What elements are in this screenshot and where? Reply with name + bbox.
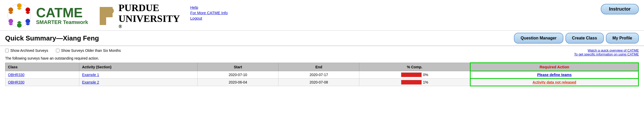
class-link[interactable]: OBHR330 <box>8 80 24 84</box>
filters-area: Show Archived Surveys Show Surveys Older… <box>5 48 121 56</box>
progress-label: 0% <box>423 73 428 77</box>
question-manager-button[interactable]: Question Manager <box>514 33 563 44</box>
cell-activity: Example 2 <box>79 79 198 86</box>
svg-point-2 <box>26 7 30 12</box>
table-header: Class Activity (Section) Start End % Com… <box>5 63 639 71</box>
purdue-logo-icon <box>98 6 116 26</box>
svg-point-3 <box>26 19 30 23</box>
col-end: End <box>278 63 359 71</box>
cell-start: 2020-06-04 <box>198 79 278 86</box>
table-row: OBHR330Example 12020-07-102020-07-170%Pl… <box>5 71 639 79</box>
table-row: OBHR330Example 22020-06-042020-07-081%Ac… <box>5 79 639 86</box>
surveys-table: Class Activity (Section) Start End % Com… <box>5 62 639 86</box>
nav-links: Help For More CATME Info Logout <box>190 3 228 20</box>
cell-end: 2020-07-17 <box>278 71 359 79</box>
catme-logo-icon <box>5 3 33 28</box>
col-start: Start <box>198 63 278 71</box>
catme-brand: CATME SMARTER Teamwork <box>36 6 88 25</box>
overview-link[interactable]: Watch a quick overview of CATME <box>574 48 639 52</box>
older-checkbox[interactable] <box>56 49 60 52</box>
svg-point-1 <box>17 3 22 8</box>
svg-point-4 <box>17 23 22 28</box>
progress-cell: 1% <box>362 80 467 85</box>
cell-progress: 1% <box>359 79 470 86</box>
cell-activity: Example 1 <box>79 71 198 79</box>
help-link[interactable]: Help <box>190 5 228 10</box>
my-profile-button[interactable]: My Profile <box>606 33 639 44</box>
more-info-link[interactable]: For More CATME Info <box>190 11 228 15</box>
cell-required-action: Please define teams <box>470 71 639 79</box>
archived-label: Show Archived Surveys <box>10 48 48 53</box>
table-body: OBHR330Example 12020-07-102020-07-170%Pl… <box>5 71 639 86</box>
logo-area: CATME SMARTER Teamwork <box>5 3 88 28</box>
header-right: Instructor <box>601 3 639 14</box>
create-class-button[interactable]: Create Class <box>565 33 604 44</box>
older-filter: Show Surveys Older than Six Months <box>56 48 121 53</box>
catme-title: CATME <box>36 6 88 19</box>
progress-bar-container <box>401 80 422 85</box>
svg-point-5 <box>9 19 13 23</box>
activity-link[interactable]: Example 1 <box>82 73 99 77</box>
cell-end: 2020-07-08 <box>278 79 359 86</box>
content: Show Archived Surveys Show Surveys Older… <box>0 46 644 89</box>
header-row: Class Activity (Section) Start End % Com… <box>5 63 639 71</box>
catme-subtitle: SMARTER Teamwork <box>36 19 88 25</box>
quick-links: Watch a quick overview of CATME To get s… <box>574 48 639 56</box>
logout-link[interactable]: Logout <box>190 16 228 20</box>
progress-label: 1% <box>423 80 428 84</box>
svg-point-6 <box>9 7 13 12</box>
archived-checkbox[interactable] <box>5 49 9 52</box>
col-comp: % Comp. <box>359 63 470 71</box>
activity-link[interactable]: Example 2 <box>82 80 99 84</box>
progress-cell: 0% <box>362 72 467 77</box>
older-label: Show Surveys Older than Six Months <box>61 48 121 53</box>
cell-progress: 0% <box>359 71 470 79</box>
purdue-university-text: PURDUE UNIVERSITY® <box>118 3 180 29</box>
progress-bar-fill <box>401 73 421 77</box>
filter-row: Show Archived Surveys Show Surveys Older… <box>5 48 121 53</box>
header: CATME SMARTER Teamwork PURDUE UNIVERSITY… <box>0 0 644 31</box>
cell-class: OBHR330 <box>5 79 79 86</box>
col-activity: Activity (Section) <box>79 63 198 71</box>
col-required-action: Required Action <box>470 63 639 71</box>
class-link[interactable]: OBHR330 <box>8 73 24 77</box>
cell-class: OBHR330 <box>5 71 79 79</box>
required-action-link[interactable]: Activity data not released <box>532 80 576 84</box>
col-class: Class <box>5 63 79 71</box>
cell-required-action: Activity data not released <box>470 79 639 86</box>
subheader: Quick Summary—Xiang Feng Question Manage… <box>0 31 644 46</box>
archived-filter: Show Archived Surveys <box>5 48 48 53</box>
specific-info-link[interactable]: To get specific information on using CAT… <box>574 52 639 56</box>
progress-bar-container <box>401 72 422 77</box>
page-title: Quick Summary—Xiang Feng <box>5 34 99 42</box>
info-text: The following surveys have an outstandin… <box>5 56 639 60</box>
action-buttons: Question Manager Create Class My Profile <box>514 33 639 44</box>
top-row: Show Archived Surveys Show Surveys Older… <box>5 48 639 56</box>
progress-bar-fill <box>401 80 421 84</box>
purdue-area: PURDUE UNIVERSITY® <box>98 3 180 29</box>
instructor-button[interactable]: Instructor <box>601 4 639 14</box>
required-action-link[interactable]: Please define teams <box>537 73 572 77</box>
cell-start: 2020-07-10 <box>198 71 278 79</box>
